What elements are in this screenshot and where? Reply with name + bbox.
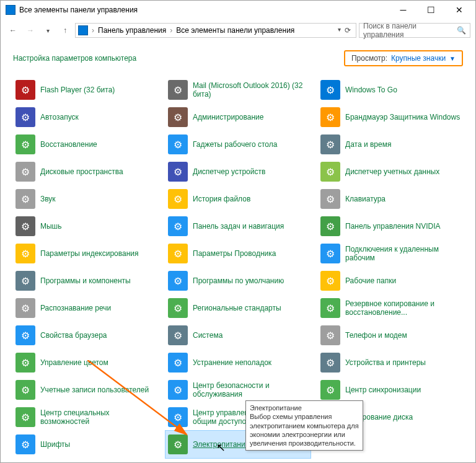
maximize-button[interactable]: ☐	[417, 1, 445, 19]
item-label: Панель задач и навигация	[193, 222, 284, 231]
control-panel-item[interactable]: ⚙Телефон и модем	[318, 322, 463, 349]
control-panel-item[interactable]: ⚙Flash Player (32 бита)	[13, 76, 158, 104]
control-panel-item[interactable]: ⚙Mail (Microsoft Outlook 2016) (32 бита)	[165, 76, 311, 104]
control-panel-item[interactable]: ⚙Диспетчер учетных данных	[318, 158, 463, 185]
breadcrumb[interactable]: › Панель управления › Все элементы панел…	[75, 23, 356, 38]
control-panel-item[interactable]: ⚙Центр специальных возможностей	[13, 403, 158, 431]
item-icon: ⚙	[15, 244, 35, 263]
item-icon: ⚙	[15, 271, 35, 291]
navbar: ← → ▾ ↑ › Панель управления › Все элемен…	[1, 19, 475, 42]
search-input[interactable]: Поиск в панели управления 🔍	[359, 23, 470, 38]
control-panel-item[interactable]: ⚙Диспетчер устройств	[165, 158, 311, 185]
item-icon: ⚙	[320, 107, 340, 127]
control-panel-item[interactable]: ⚙Гаджеты рабочего стола	[165, 131, 311, 158]
control-panel-item[interactable]: ⚙Шрифты	[13, 431, 158, 458]
control-panel-item[interactable]: ⚙Свойства браузера	[13, 322, 158, 349]
item-label: Рабочие папки	[345, 276, 396, 285]
item-icon: ⚙	[168, 244, 188, 263]
forward-button[interactable]: →	[23, 23, 38, 38]
item-label: Панель управления NVIDIA	[345, 222, 441, 231]
control-panel-item[interactable]: ⚙Windows To Go	[318, 76, 463, 104]
item-label: Устройства и принтеры	[345, 358, 426, 367]
item-icon: ⚙	[320, 80, 340, 100]
refresh-icon[interactable]: ⟳	[345, 26, 351, 35]
item-label: Программы по умолчанию	[193, 276, 284, 285]
control-panel-item[interactable]: ⚙Резервное копирование и восстановление.…	[318, 294, 463, 322]
control-panel-item[interactable]: ⚙История файлов	[165, 185, 311, 213]
control-panel-item[interactable]: ⚙Панель управления NVIDIA	[318, 213, 463, 240]
control-panel-item[interactable]: ⚙Устранение неполадок	[165, 349, 311, 376]
item-label: Windows To Go	[345, 86, 397, 94]
tooltip-title: Электропитание	[250, 403, 359, 412]
item-icon: ⚙	[168, 80, 188, 100]
item-icon: ⚙	[168, 353, 188, 373]
item-label: Программы и компоненты	[40, 276, 131, 285]
control-panel-item[interactable]: ⚙Распознавание речи	[13, 294, 158, 322]
control-panel-item[interactable]: ⚙Подключения к удаленным рабочим	[318, 240, 463, 267]
control-panel-item[interactable]: ⚙Программы по умолчанию	[165, 267, 311, 294]
control-panel-item[interactable]: ⚙Панель задач и навигация	[165, 213, 311, 240]
up-button[interactable]: ↑	[58, 23, 73, 38]
item-icon: ⚙	[168, 434, 188, 454]
item-label: Mail (Microsoft Outlook 2016) (32 бита)	[193, 81, 308, 99]
breadcrumb-segment[interactable]: Панель управления	[95, 26, 169, 35]
control-panel-item[interactable]: ⚙Устройства и принтеры	[318, 349, 463, 376]
control-panel-item[interactable]: ⚙Управление цветом	[13, 349, 158, 376]
chevron-down-icon[interactable]: ▾	[338, 26, 341, 35]
control-panel-item[interactable]: ⚙Дата и время	[318, 131, 463, 158]
control-panel-item[interactable]: ⚙Звук	[13, 185, 158, 213]
control-panel-item[interactable]: ⚙Рабочие папки	[318, 267, 463, 294]
control-panel-item[interactable]: ⚙Региональные стандарты	[165, 294, 311, 322]
control-panel-item[interactable]: ⚙Автозапуск	[13, 104, 158, 131]
item-label: Учетные записи пользователей	[40, 386, 149, 394]
item-label: Автозапуск	[40, 113, 79, 121]
item-label: Центр синхронизации	[345, 386, 421, 394]
control-panel-item[interactable]: ⚙Система	[165, 322, 311, 349]
item-icon: ⚙	[15, 189, 35, 209]
item-label: Свойства браузера	[40, 331, 107, 340]
control-panel-item[interactable]: ⚙Параметры Проводника	[165, 240, 311, 267]
item-icon: ⚙	[168, 216, 188, 236]
breadcrumb-segment[interactable]: Все элементы панели управления	[174, 26, 297, 35]
item-label: Клавиатура	[345, 195, 386, 203]
item-icon: ⚙	[168, 325, 188, 345]
item-label: Система	[193, 331, 223, 340]
item-icon: ⚙	[15, 216, 35, 236]
item-label: Flash Player (32 бита)	[40, 86, 115, 94]
tooltip-body: Выбор схемы управления электропитанием к…	[250, 413, 359, 447]
control-panel-item[interactable]: ⚙Дисковые пространства	[13, 158, 158, 185]
control-panel-item[interactable]: ⚙Мышь	[13, 213, 158, 240]
item-icon: ⚙	[320, 244, 340, 263]
control-panel-item[interactable]: ⚙Параметры индексирования	[13, 240, 158, 267]
window-title: Все элементы панели управления	[19, 6, 389, 14]
view-selector[interactable]: Просмотр: Крупные значки ▼	[344, 50, 463, 66]
item-label: Параметры индексирования	[40, 249, 138, 258]
close-button[interactable]: ✕	[445, 1, 473, 19]
item-label: Региональные стандарты	[193, 304, 281, 312]
item-icon: ⚙	[320, 216, 340, 236]
item-icon: ⚙	[168, 107, 188, 127]
item-icon: ⚙	[320, 162, 340, 182]
item-label: Подключения к удаленным рабочим	[345, 245, 461, 263]
control-panel-item[interactable]: ⚙Центр безопасности и обслуживания	[165, 376, 311, 403]
control-panel-item[interactable]: ⚙Центр синхронизации	[318, 376, 463, 403]
control-panel-icon	[78, 25, 88, 35]
control-panel-item[interactable]: ⚙Клавиатура	[318, 185, 463, 213]
chevron-right-icon: ›	[90, 26, 95, 35]
item-label: Управление цветом	[40, 358, 108, 367]
minimize-button[interactable]: ─	[389, 1, 417, 19]
control-panel-item[interactable]: ⚙Программы и компоненты	[13, 267, 158, 294]
recent-dropdown[interactable]: ▾	[40, 23, 55, 38]
item-icon: ⚙	[15, 107, 35, 127]
control-panel-item[interactable]: ⚙Восстановление	[13, 131, 158, 158]
window-buttons: ─ ☐ ✕	[389, 1, 473, 19]
item-label: Электропитание	[193, 440, 249, 449]
control-panel-item[interactable]: ⚙Учетные записи пользователей	[13, 376, 158, 403]
control-panel-item[interactable]: ⚙Брандмауэр Защитника Windows	[318, 104, 463, 131]
control-panel-item[interactable]: ⚙Администрирование	[165, 104, 311, 131]
titlebar: Все элементы панели управления ─ ☐ ✕	[1, 1, 475, 19]
back-button[interactable]: ←	[6, 23, 20, 38]
item-icon: ⚙	[15, 134, 35, 154]
item-icon: ⚙	[168, 380, 188, 400]
item-icon: ⚙	[15, 380, 35, 400]
